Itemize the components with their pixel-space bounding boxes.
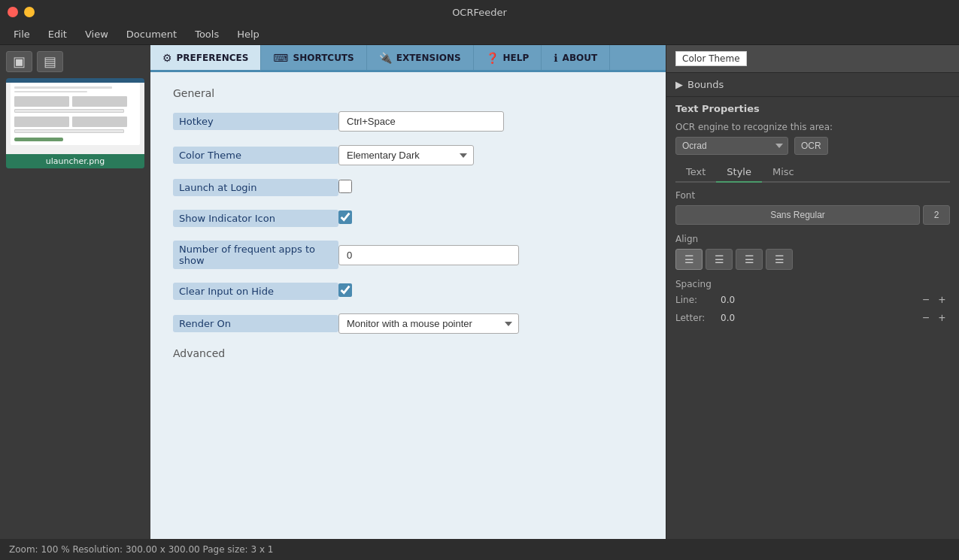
show-indicator-label: Show Indicator Icon [173,210,338,227]
tab-extensions-label: EXTENSIONS [396,53,461,63]
show-indicator-row: Show Indicator Icon [173,210,643,227]
ocr-engine-label: OCR engine to recognize this area: [675,122,950,132]
font-section: Font Sans Regular 2 [675,190,950,225]
menu-tools[interactable]: Tools [187,27,226,41]
align-center-button[interactable]: ☰ [706,249,733,270]
tab-text[interactable]: Text [675,162,716,183]
hotkey-input[interactable] [338,111,504,132]
tab-preferences-label: PREFERENCES [177,53,249,63]
clear-input-label: Clear Input on Hide [173,283,338,300]
menu-view[interactable]: View [77,27,116,41]
bounds-header[interactable]: ▶ Bounds [675,79,950,90]
toolbar-btn-1[interactable]: ▣ [6,51,32,72]
tab-help[interactable]: ❓ HELP [474,45,542,70]
bounds-label: Bounds [687,79,724,90]
tab-extensions[interactable]: 🔌 EXTENSIONS [367,45,474,70]
spacing-section: Spacing Line: 0.0 − + Letter: 0.0 − + [675,279,950,324]
launch-login-control [338,180,643,195]
shortcuts-icon: ⌨ [273,52,288,64]
line-spacing-value: 0.0 [721,295,918,305]
app-title: OCRFeeder [452,7,507,18]
font-label: Font [675,190,950,201]
align-right-button[interactable]: ☰ [736,249,763,270]
ocr-engine-select[interactable]: Ocrad Tesseract [675,137,788,155]
frequent-apps-label: Number of frequent apps to show [173,241,338,269]
render-on-label: Render On [173,315,338,332]
color-theme-control: Elementary Dark Elementary Light Default [338,145,643,165]
letter-spacing-increase[interactable]: + [934,312,950,324]
thumbnail-image [6,83,144,154]
minimize-button[interactable] [24,7,35,17]
menubar: File Edit View Document Tools Help [0,24,959,45]
align-row: ☰ ☰ ☰ ☰ [675,249,950,270]
color-theme-select[interactable]: Elementary Dark Elementary Light Default [338,145,474,165]
tab-help-label: HELP [503,53,530,63]
render-on-row: Render On Monitor with a mouse pointer P… [173,313,643,334]
hotkey-label: Hotkey [173,113,338,130]
line-spacing-increase[interactable]: + [934,294,950,306]
tab-style[interactable]: Style [716,162,762,183]
menu-file[interactable]: File [6,27,38,41]
align-left-button[interactable]: ☰ [675,249,703,270]
clear-input-checkbox[interactable] [338,283,352,297]
thumbnail-label: ulauncher.png [6,154,144,168]
color-theme-row: Color Theme Elementary Dark Elementary L… [173,145,643,165]
tab-about-label: ABOUT [563,53,598,63]
launch-login-label: Launch at Login [173,179,338,196]
thumbnail-item[interactable]: ulauncher.png [6,78,144,168]
clear-input-control [338,283,643,299]
bounds-section: ▶ Bounds [666,73,959,97]
launch-login-row: Launch at Login [173,179,643,196]
render-on-select[interactable]: Monitor with a mouse pointer Primary mon… [338,313,519,334]
letter-spacing-row: Letter: 0.0 − + [675,312,950,324]
window-controls [8,7,35,17]
line-spacing-label: Line: [675,295,721,305]
ocr-button[interactable]: OCR [794,137,828,155]
text-properties-section: Text Properties OCR engine to recognize … [666,97,959,336]
extensions-icon: 🔌 [379,52,392,64]
statusbar-text: Zoom: 100 % Resolution: 300.00 x 300.00 … [9,544,273,555]
toolbar-btn-2[interactable]: ▤ [37,51,63,72]
align-justify-button[interactable]: ☰ [766,249,793,270]
advanced-section-title: Advanced [173,347,643,359]
font-size-button[interactable]: 2 [923,205,950,225]
font-row: Sans Regular 2 [675,205,950,225]
ocr-row: Ocrad Tesseract OCR [675,137,950,155]
color-theme-bar-label: Color Theme [675,51,747,66]
thumb-line-2 [14,91,87,93]
show-indicator-checkbox[interactable] [338,210,352,224]
menu-edit[interactable]: Edit [41,27,74,41]
thumb-input-1 [14,109,124,113]
about-icon: ℹ [554,52,557,64]
text-properties-header: Text Properties [675,103,950,114]
sidebar: ▣ ▤ [0,45,150,539]
launch-login-checkbox[interactable] [338,180,352,193]
tab-about[interactable]: ℹ ABOUT [542,45,610,70]
tab-shortcuts-label: SHORTCUTS [293,53,354,63]
menu-document[interactable]: Document [119,27,184,41]
close-button[interactable] [8,7,18,17]
preferences-icon: ⚙ [162,52,172,64]
align-section: Align ☰ ☰ ☰ ☰ [675,234,950,270]
dialog-tabs: ⚙ PREFERENCES ⌨ SHORTCUTS 🔌 EXTENSIONS ❓… [150,45,666,72]
frequent-apps-input[interactable] [338,245,519,265]
letter-spacing-decrease[interactable]: − [918,312,933,324]
titlebar: OCRFeeder [0,0,959,24]
dialog-area: ⚙ PREFERENCES ⌨ SHORTCUTS 🔌 EXTENSIONS ❓… [150,45,666,539]
tab-misc[interactable]: Misc [762,162,805,183]
show-indicator-control [338,210,643,226]
color-theme-label: Color Theme [173,147,338,164]
render-on-control: Monitor with a mouse pointer Primary mon… [338,313,643,334]
hotkey-control [338,111,643,132]
tab-preferences[interactable]: ⚙ PREFERENCES [150,45,261,72]
line-spacing-row: Line: 0.0 − + [675,294,950,306]
menu-help[interactable]: Help [229,27,267,41]
bounds-arrow-icon: ▶ [675,79,683,90]
text-props-tabs: Text Style Misc [675,162,950,183]
thumb-line-1 [14,86,112,89]
line-spacing-decrease[interactable]: − [918,294,933,306]
font-name-button[interactable]: Sans Regular [675,205,920,225]
dialog-content: General Hotkey Color Theme Elementary Da… [150,72,666,539]
tab-shortcuts[interactable]: ⌨ SHORTCUTS [261,45,366,70]
align-label: Align [675,234,950,244]
